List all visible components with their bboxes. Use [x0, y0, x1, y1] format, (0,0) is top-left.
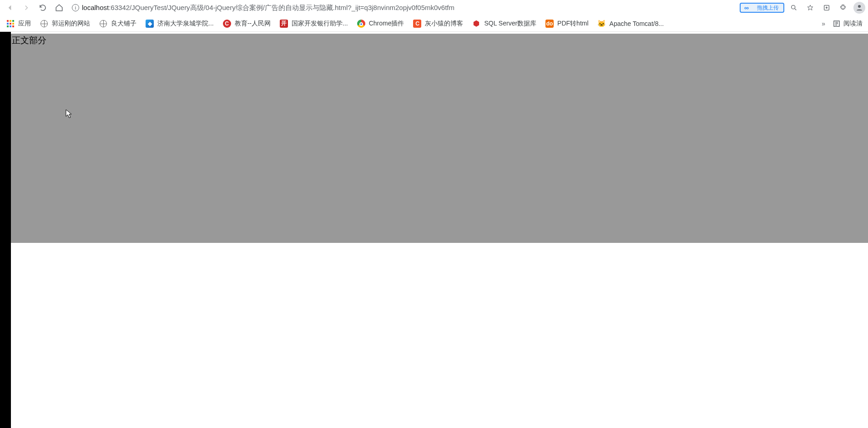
- bookmark-label: 国家开发银行助学...: [292, 20, 348, 28]
- bookmarks-bar: 应用郭运刚的网站良犬铺子◆济南大学泉城学院...C教育--人民网开国家开发银行助…: [0, 15, 868, 32]
- reload-button[interactable]: [35, 1, 50, 14]
- bookmark-label: 郭运刚的网站: [52, 20, 90, 28]
- bookmark-label: 灰小猿的博客: [425, 20, 463, 28]
- star-icon: [807, 4, 814, 11]
- svg-point-2: [858, 5, 861, 8]
- arrow-left-icon: [6, 4, 14, 12]
- arrow-right-icon: [22, 4, 30, 12]
- upload-label: 拖拽上传: [752, 4, 783, 12]
- bookmark-star-button[interactable]: [802, 1, 818, 14]
- red-circle-icon: C: [223, 20, 231, 28]
- home-button[interactable]: [52, 1, 66, 14]
- puzzle-icon: [839, 4, 847, 11]
- red-square-icon: 开: [280, 20, 288, 28]
- url-path: :63342/JQueryTest/JQuery高级/04-jQuery综合案例…: [109, 4, 454, 11]
- left-margin-strip: [0, 32, 11, 428]
- csdn-icon: C: [413, 20, 421, 28]
- sqlserver-icon: ⬢: [472, 20, 480, 28]
- link-icon: ∞: [741, 4, 752, 12]
- browser-nav-bar: i localhost:63342/JQueryTest/JQuery高级/04…: [0, 0, 868, 15]
- home-icon: [55, 4, 63, 12]
- bookmark-label: SQL Server数据库: [484, 20, 536, 28]
- bookmarks-overflow[interactable]: »: [819, 18, 828, 29]
- bookmark-item[interactable]: doPDF转html: [542, 18, 592, 30]
- install-button[interactable]: [819, 1, 834, 14]
- bookmark-item[interactable]: 开国家开发银行助学...: [276, 18, 352, 30]
- back-button[interactable]: [3, 1, 17, 14]
- content-body: 正文部分: [11, 34, 868, 243]
- extensions-button[interactable]: [835, 1, 851, 14]
- reload-icon: [39, 4, 47, 12]
- url-host: localhost: [82, 4, 109, 11]
- reading-list-button[interactable]: 阅读清: [830, 18, 865, 30]
- bookmark-item[interactable]: ⬢SQL Server数据库: [469, 18, 540, 30]
- cube-icon: ◆: [146, 20, 154, 28]
- bookmark-item[interactable]: 🐱Apache Tomcat/8...: [594, 18, 668, 30]
- bookmark-label: PDF转html: [557, 20, 588, 28]
- chrome-icon: [357, 20, 365, 28]
- bookmark-item[interactable]: Chrome插件: [353, 18, 408, 30]
- globe-icon: [99, 20, 107, 28]
- forward-button[interactable]: [19, 1, 34, 14]
- bookmark-item[interactable]: ◆济南大学泉城学院...: [142, 18, 217, 30]
- bookmark-item[interactable]: C教育--人民网: [219, 18, 274, 30]
- page-viewport: 正文部分: [0, 32, 868, 428]
- pdf-icon: do: [545, 20, 554, 28]
- bookmark-label: 应用: [18, 20, 31, 28]
- install-icon: [823, 4, 830, 11]
- bookmark-label: 良犬铺子: [111, 20, 136, 28]
- bookmark-label: 教育--人民网: [235, 20, 271, 28]
- bookmark-item[interactable]: 良犬铺子: [96, 18, 140, 30]
- person-icon: [855, 4, 863, 12]
- bookmark-item[interactable]: 应用: [3, 18, 35, 30]
- bookmark-label: Chrome插件: [369, 20, 404, 28]
- reading-list-icon: [833, 20, 841, 28]
- zoom-button[interactable]: [786, 1, 802, 14]
- upload-button[interactable]: ∞ 拖拽上传: [740, 3, 784, 13]
- apps-icon: [6, 20, 15, 28]
- globe-icon: [40, 20, 48, 28]
- toolbar-right: [786, 1, 865, 14]
- reading-list-label: 阅读清: [843, 20, 863, 28]
- profile-avatar[interactable]: [853, 2, 865, 14]
- address-bar[interactable]: i localhost:63342/JQueryTest/JQuery高级/04…: [68, 1, 736, 14]
- bookmark-label: Apache Tomcat/8...: [610, 20, 664, 27]
- bookmark-label: 济南大学泉城学院...: [157, 20, 214, 28]
- zoom-icon: [790, 4, 797, 11]
- svg-point-0: [792, 5, 795, 9]
- site-info-icon[interactable]: i: [72, 4, 79, 11]
- bookmark-item[interactable]: 郭运刚的网站: [36, 18, 94, 30]
- tomcat-icon: 🐱: [598, 20, 606, 28]
- body-text: 正文部分: [12, 35, 46, 45]
- bookmark-item[interactable]: C灰小猿的博客: [409, 18, 467, 30]
